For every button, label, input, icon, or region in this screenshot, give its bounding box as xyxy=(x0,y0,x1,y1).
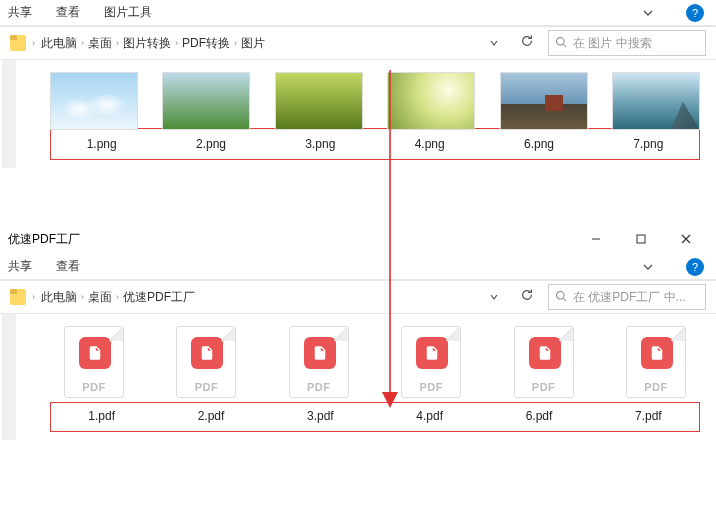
tab-view[interactable]: 查看 xyxy=(56,4,80,21)
tab-picture-tools[interactable]: 图片工具 xyxy=(104,4,152,21)
file-name: 7.pdf xyxy=(635,409,662,423)
image-thumbnail xyxy=(162,72,250,130)
pdf-icon xyxy=(641,337,673,369)
svg-point-0 xyxy=(557,37,565,45)
file-item[interactable] xyxy=(612,72,700,130)
address-dropdown[interactable] xyxy=(482,38,506,49)
ribbon-tabs: 共享 查看 ? xyxy=(0,254,716,280)
breadcrumb-item[interactable]: 图片转换 xyxy=(123,35,171,52)
pdf-thumbnail: PDF xyxy=(289,326,349,398)
search-input[interactable]: 在 优速PDF工厂 中... xyxy=(548,284,706,310)
ribbon-tabs: 共享 查看 图片工具 ? xyxy=(0,0,716,26)
pdf-icon xyxy=(304,337,336,369)
breadcrumb-item[interactable]: 此电脑 xyxy=(41,35,77,52)
image-thumbnail xyxy=(50,72,138,130)
file-item[interactable]: PDF xyxy=(612,326,700,398)
svg-point-4 xyxy=(557,291,565,299)
pdf-label: PDF xyxy=(177,381,235,393)
file-item[interactable]: PDF xyxy=(387,326,475,398)
breadcrumb-item[interactable]: 桌面 xyxy=(88,289,112,306)
pdf-thumbnail: PDF xyxy=(401,326,461,398)
ribbon-collapse-button[interactable] xyxy=(638,257,658,277)
folder-icon xyxy=(10,289,26,305)
title-bar: 优速PDF工厂 xyxy=(0,224,716,254)
chevron-right-icon: › xyxy=(116,292,119,302)
breadcrumb-item[interactable]: 此电脑 xyxy=(41,289,77,306)
image-thumbnail xyxy=(612,72,700,130)
pdf-label: PDF xyxy=(627,381,685,393)
breadcrumb-item[interactable]: 图片 xyxy=(241,35,265,52)
refresh-button[interactable] xyxy=(512,288,542,306)
chevron-down-icon xyxy=(643,262,653,272)
minimize-button[interactable] xyxy=(573,224,618,254)
chevron-right-icon[interactable]: › xyxy=(32,292,35,302)
pdf-thumbnail: PDF xyxy=(514,326,574,398)
search-icon xyxy=(555,36,567,51)
breadcrumb-item[interactable]: 优速PDF工厂 xyxy=(123,289,195,306)
chevron-right-icon: › xyxy=(234,38,237,48)
chevron-right-icon: › xyxy=(81,292,84,302)
scrollbar[interactable] xyxy=(2,314,16,440)
scrollbar[interactable] xyxy=(2,60,16,168)
explorer-window-pdf: 优速PDF工厂 共享 查看 ? › 此电脑 › 桌面 › 优速PDF工厂 xyxy=(0,224,716,440)
minimize-icon xyxy=(591,234,601,244)
chevron-right-icon[interactable]: › xyxy=(32,38,35,48)
file-name: 4.png xyxy=(415,137,445,151)
pdf-icon xyxy=(191,337,223,369)
file-item[interactable] xyxy=(500,72,588,130)
file-item[interactable] xyxy=(50,72,138,130)
file-name: 1.png xyxy=(87,137,117,151)
file-name: 6.pdf xyxy=(526,409,553,423)
file-item[interactable]: PDF xyxy=(162,326,250,398)
tab-share[interactable]: 共享 xyxy=(8,258,32,275)
search-icon xyxy=(555,290,567,305)
explorer-window-images: 共享 查看 图片工具 ? › 此电脑 › 桌面 › 图片转换 › PDF转换 ›… xyxy=(0,0,716,168)
chevron-down-icon xyxy=(490,293,498,301)
address-dropdown[interactable] xyxy=(482,292,506,303)
chevron-right-icon: › xyxy=(81,38,84,48)
pdf-label: PDF xyxy=(65,381,123,393)
close-button[interactable] xyxy=(663,224,708,254)
breadcrumb-item[interactable]: 桌面 xyxy=(88,35,112,52)
pdf-label: PDF xyxy=(290,381,348,393)
pdf-label: PDF xyxy=(515,381,573,393)
search-input[interactable]: 在 图片 中搜索 xyxy=(548,30,706,56)
file-item[interactable]: PDF xyxy=(50,326,138,398)
file-pane: 1.png 2.png 3.png 4.png 6.png 7.png xyxy=(0,60,716,168)
help-button[interactable]: ? xyxy=(686,4,704,22)
refresh-icon xyxy=(520,288,534,302)
file-item[interactable] xyxy=(387,72,475,130)
pdf-thumbnail: PDF xyxy=(626,326,686,398)
breadcrumb[interactable]: 此电脑 › 桌面 › 优速PDF工厂 xyxy=(41,289,476,306)
help-button[interactable]: ? xyxy=(686,258,704,276)
breadcrumb[interactable]: 此电脑 › 桌面 › 图片转换 › PDF转换 › 图片 xyxy=(41,35,476,52)
tab-share[interactable]: 共享 xyxy=(8,4,32,21)
file-item[interactable] xyxy=(275,72,363,130)
address-bar: › 此电脑 › 桌面 › 优速PDF工厂 在 优速PDF工厂 中... xyxy=(0,280,716,314)
maximize-icon xyxy=(636,234,646,244)
refresh-button[interactable] xyxy=(512,34,542,52)
file-item[interactable]: PDF xyxy=(500,326,588,398)
address-bar: › 此电脑 › 桌面 › 图片转换 › PDF转换 › 图片 在 图片 中搜索 xyxy=(0,26,716,60)
refresh-icon xyxy=(520,34,534,48)
file-item[interactable]: PDF xyxy=(275,326,363,398)
ribbon-collapse-button[interactable] xyxy=(638,3,658,23)
file-item[interactable] xyxy=(162,72,250,130)
pdf-thumbnail: PDF xyxy=(64,326,124,398)
file-name: 3.pdf xyxy=(307,409,334,423)
file-name: 6.png xyxy=(524,137,554,151)
close-icon xyxy=(681,234,691,244)
file-name: 2.png xyxy=(196,137,226,151)
file-name: 3.png xyxy=(305,137,335,151)
tab-view[interactable]: 查看 xyxy=(56,258,80,275)
breadcrumb-item[interactable]: PDF转换 xyxy=(182,35,230,52)
pdf-icon xyxy=(529,337,561,369)
file-name: 2.pdf xyxy=(198,409,225,423)
file-pane: PDF PDF PDF PDF PDF PDF 1.pdf 2.pdf 3.pd… xyxy=(0,314,716,440)
pdf-label: PDF xyxy=(402,381,460,393)
window-title: 优速PDF工厂 xyxy=(8,231,573,248)
chevron-down-icon xyxy=(490,39,498,47)
chevron-down-icon xyxy=(643,8,653,18)
maximize-button[interactable] xyxy=(618,224,663,254)
pdf-icon xyxy=(416,337,448,369)
